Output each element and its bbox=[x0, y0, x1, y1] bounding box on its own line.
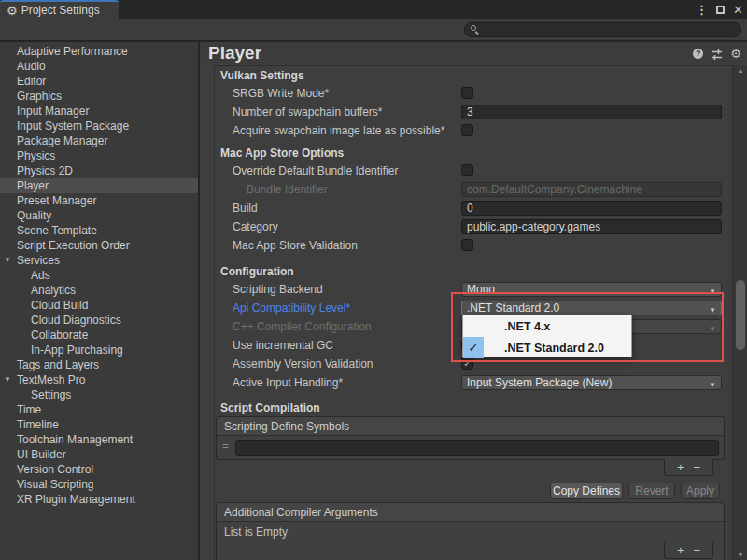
sidebar-item-label: UI Builder bbox=[17, 448, 66, 461]
sidebar-item-label: Physics bbox=[17, 149, 55, 162]
sidebar-item-label: Input System Package bbox=[17, 119, 129, 133]
add-define-button[interactable]: + bbox=[677, 460, 684, 475]
sidebar-item-audio[interactable]: Audio bbox=[0, 59, 198, 74]
acquire-swapchain-image-late-as-possible-checkbox[interactable] bbox=[461, 124, 473, 136]
sidebar-item-label: Graphics bbox=[17, 90, 62, 103]
dropdown-arrow-icon: ▼ bbox=[709, 286, 716, 299]
sidebar-item-visual-scripting[interactable]: Visual Scripting bbox=[0, 477, 198, 492]
sidebar-item-graphics[interactable]: Graphics bbox=[0, 89, 198, 104]
foldout-triangle-icon[interactable]: ▼ bbox=[4, 372, 17, 387]
field-label: Category bbox=[233, 220, 278, 233]
panel-header: Player ? ⚙ bbox=[200, 42, 747, 64]
sidebar-item-time[interactable]: Time bbox=[0, 402, 198, 417]
sidebar-item-in-app-purchasing[interactable]: In-App Purchasing bbox=[0, 343, 198, 357]
remove-define-button[interactable]: − bbox=[694, 460, 701, 475]
sidebar-item-script-execution-order[interactable]: Script Execution Order bbox=[0, 238, 198, 253]
sidebar-item-services[interactable]: ▼Services bbox=[0, 253, 198, 268]
sidebar-item-label: Script Execution Order bbox=[17, 239, 130, 252]
build-text[interactable]: 0 bbox=[461, 201, 722, 216]
scripting-backend-dropdown[interactable]: Mono▼ bbox=[461, 282, 722, 297]
active-input-handling-dropdown[interactable]: Input System Package (New)▼ bbox=[461, 375, 722, 390]
sidebar-item-label: Timeline bbox=[17, 418, 59, 431]
sidebar-item-ui-builder[interactable]: UI Builder bbox=[0, 447, 198, 462]
sidebar-item-xr-plugin-management[interactable]: XR Plugin Management bbox=[0, 492, 198, 507]
sidebar-item-settings[interactable]: Settings bbox=[0, 387, 198, 402]
assembly-version-validation-checkbox[interactable]: ✓ bbox=[461, 357, 473, 370]
bundle-identifier-text: com.DefaultCompany.Cinemachine bbox=[461, 182, 722, 197]
sidebar-item-input-manager[interactable]: Input Manager bbox=[0, 104, 198, 119]
sidebar-item-label: Settings bbox=[31, 388, 71, 401]
sidebar-item-cloud-build[interactable]: Cloud Build bbox=[0, 298, 198, 313]
script-compilation-header: Script Compilation bbox=[215, 399, 320, 416]
menu-item-net-standard-2-0[interactable]: ✓ .NET Standard 2.0 bbox=[463, 337, 631, 358]
mac-app-store-validation-checkbox[interactable] bbox=[461, 239, 473, 251]
sidebar-item-tags-and-layers[interactable]: Tags and Layers bbox=[0, 357, 198, 372]
additional-compiler-arguments-title: Additional Compiler Arguments bbox=[217, 503, 724, 522]
copy-defines-button[interactable]: Copy Defines bbox=[550, 483, 623, 499]
drag-handle-icon[interactable]: = bbox=[222, 440, 229, 453]
sidebar-item-toolchain-management[interactable]: Toolchain Management bbox=[0, 432, 198, 447]
sidebar-item-preset-manager[interactable]: Preset Manager bbox=[0, 193, 198, 208]
sidebar-item-player[interactable]: Player bbox=[0, 178, 198, 193]
sidebar-item-label: Editor bbox=[17, 75, 46, 88]
sidebar-item-label: Version Control bbox=[17, 463, 93, 476]
help-icon[interactable]: ? bbox=[693, 49, 703, 59]
toolbar bbox=[0, 19, 747, 41]
sidebar-item-label: Analytics bbox=[31, 284, 76, 297]
scroll-down-icon[interactable]: ▼ bbox=[733, 552, 747, 558]
sidebar-item-label: TextMesh Pro bbox=[17, 373, 85, 386]
sidebar-item-physics[interactable]: Physics bbox=[0, 148, 198, 163]
settings-category-list: Adaptive PerformanceAudioEditorGraphicsI… bbox=[0, 42, 199, 560]
sidebar-item-scene-template[interactable]: Scene Template bbox=[0, 223, 198, 238]
sidebar-item-label: Player bbox=[17, 179, 49, 192]
menu-dots-icon[interactable]: ⋮ bbox=[696, 3, 708, 17]
menu-item-net-4x[interactable]: .NET 4.x bbox=[463, 315, 631, 337]
sidebar-item-ads[interactable]: Ads bbox=[0, 268, 198, 283]
sidebar-item-label: In-App Purchasing bbox=[31, 343, 123, 357]
define-list-footer: + − bbox=[664, 459, 713, 476]
sidebar-item-quality[interactable]: Quality bbox=[0, 208, 198, 223]
sidebar-item-physics-2d[interactable]: Physics 2D bbox=[0, 163, 198, 178]
search-input[interactable] bbox=[464, 22, 741, 37]
additional-compiler-arguments-box: Additional Compiler Arguments List is Em… bbox=[216, 502, 725, 560]
api-compatibility-level-dropdown[interactable]: .NET Standard 2.0▼ bbox=[461, 301, 722, 315]
sidebar-item-analytics[interactable]: Analytics bbox=[0, 283, 198, 298]
vertical-scrollbar[interactable]: ▲ ▼ bbox=[732, 65, 747, 560]
sidebar-item-textmesh-pro[interactable]: ▼TextMesh Pro bbox=[0, 372, 198, 387]
revert-button: Revert bbox=[628, 483, 675, 499]
sidebar-item-version-control[interactable]: Version Control bbox=[0, 462, 198, 477]
scrollbar-thumb[interactable] bbox=[736, 280, 745, 350]
dropdown-value: Mono bbox=[467, 283, 495, 296]
remove-argument-button[interactable]: − bbox=[694, 543, 701, 558]
define-symbol-input[interactable] bbox=[235, 440, 719, 456]
scroll-up-icon[interactable]: ▲ bbox=[733, 67, 747, 74]
sidebar-item-adaptive-performance[interactable]: Adaptive Performance bbox=[0, 44, 198, 59]
field-label: Use incremental GC bbox=[233, 339, 333, 352]
foldout-triangle-icon[interactable]: ▼ bbox=[4, 253, 17, 268]
field-label: Mac App Store Validation bbox=[233, 239, 358, 252]
sidebar-item-input-system-package[interactable]: Input System Package bbox=[0, 119, 198, 133]
field-label: Override Default Bundle Identifier bbox=[233, 164, 398, 177]
category-text[interactable]: public.app-category.games bbox=[461, 219, 722, 234]
add-argument-button[interactable]: + bbox=[677, 543, 684, 558]
sidebar-item-label: Toolchain Management bbox=[17, 433, 133, 446]
gear-icon[interactable]: ⚙ bbox=[730, 48, 741, 60]
sidebar-item-cloud-diagnostics[interactable]: Cloud Diagnostics bbox=[0, 313, 198, 328]
sidebar-item-package-manager[interactable]: Package Manager bbox=[0, 133, 198, 148]
dropdown-arrow-icon: ▼ bbox=[709, 323, 716, 336]
srgb-write-mode-checkbox[interactable] bbox=[461, 87, 473, 99]
close-icon[interactable]: ✕ bbox=[733, 3, 743, 17]
maximize-icon[interactable] bbox=[716, 6, 725, 14]
setting-row-mac-app-store-validation: Mac App Store Validation bbox=[215, 236, 725, 255]
checkmark-slot bbox=[463, 315, 484, 337]
section-vulkan-settings: Vulkan SettingsSRGB Write Mode*Number of… bbox=[215, 67, 725, 140]
sidebar-item-collaborate[interactable]: Collaborate bbox=[0, 328, 198, 343]
number-of-swapchain-buffers-text[interactable]: 3 bbox=[461, 105, 722, 119]
sidebar-item-editor[interactable]: Editor bbox=[0, 74, 198, 89]
project-settings-window: ⚙ Project Settings ⋮ ✕ Adaptive Performa… bbox=[0, 0, 747, 560]
override-default-bundle-identifier-checkbox[interactable] bbox=[461, 164, 473, 176]
sidebar-item-label: XR Plugin Management bbox=[17, 493, 135, 506]
sidebar-item-timeline[interactable]: Timeline bbox=[0, 417, 198, 432]
preset-icon[interactable] bbox=[711, 49, 723, 60]
tab-project-settings[interactable]: ⚙ Project Settings bbox=[0, 0, 119, 19]
